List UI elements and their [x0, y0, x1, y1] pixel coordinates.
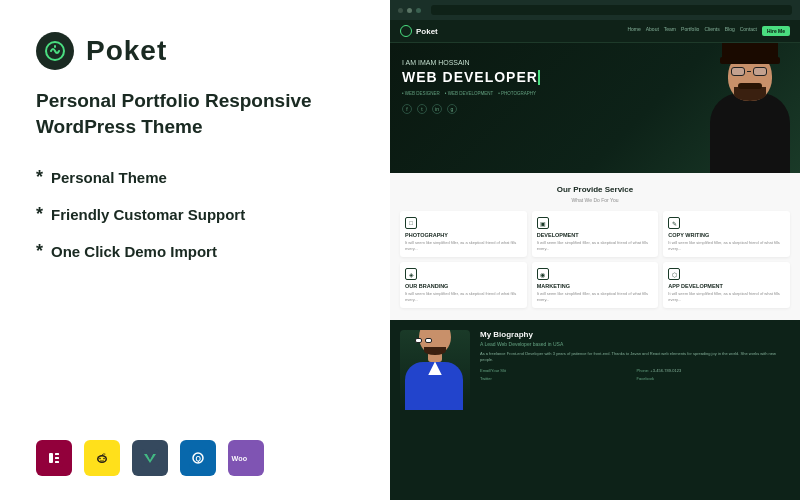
theme-logo-text: Poket	[416, 27, 438, 36]
hero-tag-1: WEB DEVELOPMENT	[445, 91, 493, 96]
theme-hero-section: I AM IMAM HOSSAIN WEB DEVELOPER WEB DESI…	[390, 43, 800, 173]
bio-info-label-email: Email/Your Slit	[480, 368, 506, 373]
svg-rect-1	[45, 449, 63, 467]
theme-bio-section: My Biography A Lead Web Developer based …	[390, 320, 800, 420]
svg-rect-3	[55, 453, 59, 455]
appdev-icon: ⬡	[668, 268, 680, 280]
service-card-copywriting: ✎ COPY WRITING It will seem like simplif…	[663, 211, 790, 257]
hero-tag-2: PHOTOGRAPHY	[498, 91, 536, 96]
svg-rect-5	[55, 461, 59, 463]
hero-tags: WEB DESIGNER WEB DEVELOPMENT PHOTOGRAPHY	[402, 91, 788, 96]
marketing-icon: ◉	[537, 268, 549, 280]
nav-link-home: Home	[627, 26, 640, 36]
hero-tag-0: WEB DESIGNER	[402, 91, 440, 96]
browser-url-bar	[431, 5, 792, 15]
svg-rect-2	[49, 453, 53, 463]
branding-icon: ◈	[405, 268, 417, 280]
svg-rect-4	[55, 457, 59, 459]
service-title-2: COPY WRITING	[668, 232, 785, 238]
hero-social-links: f t in g	[402, 104, 788, 114]
nav-link-clients: Clients	[704, 26, 719, 36]
service-title-5: APP DEVELOPMENT	[668, 283, 785, 289]
browser-chrome	[390, 0, 800, 20]
nav-cta-button[interactable]: Hire Me	[762, 26, 790, 36]
bio-info-label-twitter: Twitter	[480, 376, 492, 381]
service-desc-3: It will seem like simplified filler, as …	[405, 291, 522, 302]
hero-title: WEB DEVELOPER	[402, 70, 540, 85]
theme-logo-icon	[400, 25, 412, 37]
social-icon-tw: t	[417, 104, 427, 114]
bio-info-facebook: Facebook	[637, 376, 791, 381]
services-subtitle: What We Do For You	[400, 197, 790, 203]
theme-preview: Poket Home About Team Portfolio Clients …	[390, 0, 800, 500]
service-desc-4: It will seem like simplified filler, as …	[537, 291, 654, 302]
query-icon: Q	[180, 440, 216, 476]
social-icon-li: in	[432, 104, 442, 114]
nav-link-about: About	[646, 26, 659, 36]
browser-dot-yellow	[407, 8, 412, 13]
tagline: Personal Portfolio Responsive WordPress …	[36, 88, 354, 139]
photography-icon: □	[405, 217, 417, 229]
svg-point-10	[103, 458, 105, 460]
svg-point-9	[99, 458, 101, 460]
bio-info-twitter: Twitter	[480, 376, 634, 381]
services-title: Our Provide Service	[400, 185, 790, 194]
service-desc-0: It will seem like simplified filler, as …	[405, 240, 522, 251]
service-title-0: PHOTOGRAPHY	[405, 232, 522, 238]
service-title-1: DEVELOPMENT	[537, 232, 654, 238]
service-card-marketing: ◉ MARKETING It will seem like simplified…	[532, 262, 659, 308]
woocommerce-icon: Woo	[228, 440, 264, 476]
service-card-photography: □ PHOTOGRAPHY It will seem like simplifi…	[400, 211, 527, 257]
bio-info-grid: Email/Your Slit Phone: +3-456-789-0123 T…	[480, 368, 790, 381]
bio-person-art	[400, 330, 470, 410]
logo-icon	[36, 32, 74, 70]
svg-text:Q: Q	[196, 455, 202, 463]
service-title-4: MARKETING	[537, 283, 654, 289]
bio-person-image	[400, 330, 470, 410]
feature-item: One Click Demo Import	[36, 241, 354, 262]
nav-link-team: Team	[664, 26, 676, 36]
logo-area: Poket	[36, 32, 354, 70]
copywriting-icon: ✎	[668, 217, 680, 229]
elementor-icon	[36, 440, 72, 476]
left-panel: Poket Personal Portfolio Responsive Word…	[0, 0, 390, 500]
bio-info-email: Email/Your Slit	[480, 368, 634, 373]
bio-content: My Biography A Lead Web Developer based …	[480, 330, 790, 381]
nav-link-blog: Blog	[725, 26, 735, 36]
browser-dot-green	[416, 8, 421, 13]
bio-info-label-phone: Phone:	[637, 368, 650, 373]
bio-title: My Biography	[480, 330, 790, 339]
logo-text: Poket	[86, 35, 167, 67]
social-icon-gh: g	[447, 104, 457, 114]
service-title-3: OUR BRANDING	[405, 283, 522, 289]
nav-link-portfolio: Portfolio	[681, 26, 699, 36]
theme-logo: Poket	[400, 25, 438, 37]
vuejs-icon	[132, 440, 168, 476]
theme-nav-links: Home About Team Portfolio Clients Blog C…	[627, 26, 790, 36]
right-panel: Poket Home About Team Portfolio Clients …	[390, 0, 800, 500]
nav-link-contact: Contact	[740, 26, 757, 36]
services-grid: □ PHOTOGRAPHY It will seem like simplifi…	[400, 211, 790, 308]
features-list: Personal Theme Friendly Customar Support…	[36, 167, 354, 262]
feature-item: Personal Theme	[36, 167, 354, 188]
plugin-icons: Q Woo	[36, 440, 354, 476]
service-desc-1: It will seem like simplified filler, as …	[537, 240, 654, 251]
svg-text:Woo: Woo	[232, 454, 248, 463]
service-card-development: ▣ DEVELOPMENT It will seem like simplifi…	[532, 211, 659, 257]
browser-dot-red	[398, 8, 403, 13]
mailchimp-icon	[84, 440, 120, 476]
service-desc-5: It will seem like simplified filler, as …	[668, 291, 785, 302]
feature-item: Friendly Customar Support	[36, 204, 354, 225]
service-desc-2: It will seem like simplified filler, as …	[668, 240, 785, 251]
service-card-appdev: ⬡ APP DEVELOPMENT It will seem like simp…	[663, 262, 790, 308]
theme-services-section: Our Provide Service What We Do For You □…	[390, 173, 800, 320]
bio-text: As a freelance Front-end Developer with …	[480, 351, 790, 363]
theme-navbar: Poket Home About Team Portfolio Clients …	[390, 20, 800, 43]
bio-info-label-facebook: Facebook	[637, 376, 655, 381]
service-card-branding: ◈ OUR BRANDING It will seem like simplif…	[400, 262, 527, 308]
bio-info-value-phone: +3-456-789-0123	[650, 368, 681, 373]
bio-subtitle: A Lead Web Developer based in USA	[480, 341, 790, 347]
social-icon-fb: f	[402, 104, 412, 114]
bio-info-phone: Phone: +3-456-789-0123	[637, 368, 791, 373]
development-icon: ▣	[537, 217, 549, 229]
